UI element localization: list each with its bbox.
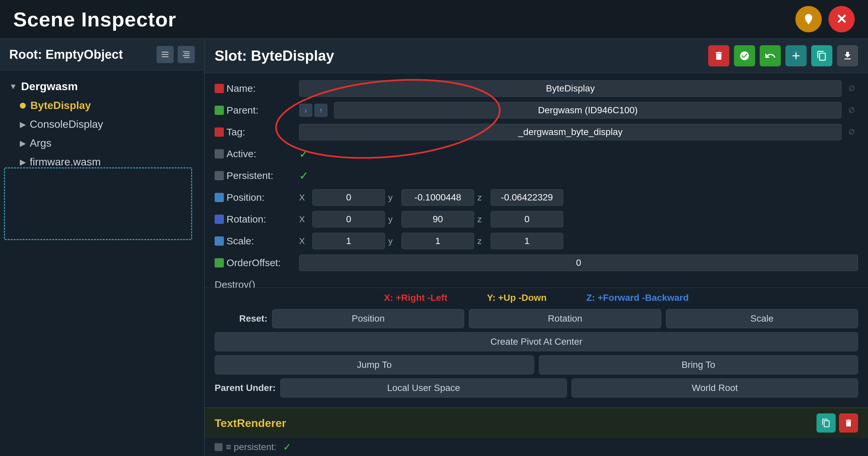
- rotation-z-label: z: [477, 214, 487, 224]
- rotation-x-input[interactable]: [312, 211, 385, 227]
- create-pivot-row: Create Pivot At Center: [215, 332, 858, 351]
- recycle-button[interactable]: [734, 45, 755, 66]
- prop-tag-icon: [215, 127, 224, 137]
- persistent-checkmark: ✓: [299, 169, 308, 182]
- prop-rotation-value-container: X y z: [299, 211, 858, 227]
- svg-rect-7: [184, 57, 190, 58]
- bottom-partial-row: ≡ persistent: ✓: [205, 438, 868, 456]
- partial-icon: [215, 443, 222, 451]
- prop-order-input[interactable]: [299, 254, 858, 271]
- prop-position-row: Position: X y z: [215, 189, 858, 206]
- prop-tag-row: Tag: ∅: [215, 123, 858, 141]
- main-panel: Scene Inspector ✕ Root: EmptyObject: [0, 0, 868, 456]
- export-button[interactable]: [837, 45, 858, 66]
- prop-parent-null-btn[interactable]: ∅: [845, 104, 858, 117]
- reset-scale-button[interactable]: Scale: [666, 309, 858, 328]
- left-panel-title: Root: EmptyObject: [9, 48, 123, 62]
- parent-under-row: Parent Under: Local User Space World Roo…: [215, 378, 858, 398]
- reset-rotation-button[interactable]: Rotation: [469, 309, 661, 328]
- tree-label: Dergwasm: [21, 80, 78, 93]
- tree-item-dergwasm[interactable]: ▼ Dergwasm: [0, 77, 204, 96]
- prop-position-value-container: X y z: [299, 189, 858, 206]
- app-title: Scene Inspector: [13, 8, 176, 31]
- text-renderer-delete-btn[interactable]: [839, 414, 858, 432]
- prop-name-row: Name: ∅: [215, 80, 858, 97]
- expand-button[interactable]: [178, 46, 195, 63]
- parent-arrow-down[interactable]: ↓: [299, 104, 312, 117]
- axis-legend: X: +Right -Left Y: +Up -Down Z: +Forward…: [215, 293, 858, 303]
- prop-parent-row: Parent: ↓ ↑ ∅: [215, 102, 858, 119]
- svg-rect-3: [162, 57, 169, 57]
- arrow-icon: ▶: [20, 120, 26, 129]
- prop-active-value-container: ✓: [299, 147, 858, 160]
- scale-y-input[interactable]: [401, 233, 474, 249]
- content-area: Root: EmptyObject: [0, 39, 868, 456]
- jump-bring-row: Jump To Bring To: [215, 355, 858, 374]
- prop-position-icon: [215, 193, 224, 202]
- tree-label-args: Args: [30, 137, 52, 149]
- prop-parent-label: Parent:: [226, 105, 299, 116]
- title-bar: Scene Inspector ✕: [0, 0, 868, 39]
- prop-position-label: Position:: [226, 192, 299, 203]
- left-panel-header: Root: EmptyObject: [0, 39, 204, 71]
- destroy-button[interactable]: Destroy(): [215, 278, 255, 287]
- parent-under-label: Parent Under:: [215, 383, 276, 393]
- rotation-y-input[interactable]: [401, 211, 474, 227]
- active-dot: [20, 103, 26, 109]
- duplicate-button[interactable]: [811, 45, 832, 66]
- parent-arrow-up[interactable]: ↑: [314, 104, 328, 117]
- position-x-input[interactable]: [312, 189, 385, 206]
- prop-active-icon: [215, 149, 224, 158]
- scale-y-label: y: [388, 236, 398, 246]
- tree-item-args[interactable]: ▶ Args: [0, 134, 204, 153]
- prop-tag-input[interactable]: [299, 124, 842, 140]
- prop-scale-icon: [215, 236, 224, 246]
- pin-button[interactable]: [795, 6, 822, 32]
- right-panel: Slot: ByteDisplay: [205, 39, 868, 456]
- tree-item-consoledisplay[interactable]: ▶ ConsoleDisplay: [0, 115, 204, 134]
- arrow-icon: ▼: [9, 82, 17, 91]
- tree-item-bytedisplay[interactable]: ByteDisplay: [0, 96, 204, 115]
- arrow-icon: ▶: [20, 157, 26, 167]
- add-child-button[interactable]: [785, 45, 807, 66]
- position-z-label: z: [477, 192, 487, 203]
- scale-x-input[interactable]: [312, 233, 385, 249]
- prop-persistent-label: Persistent:: [226, 170, 299, 181]
- close-button[interactable]: ✕: [828, 6, 855, 32]
- reset-position-button[interactable]: Position: [272, 309, 464, 328]
- slot-actions: [708, 45, 858, 66]
- reset-label: Reset:: [215, 313, 268, 324]
- bring-to-button[interactable]: Bring To: [539, 355, 859, 374]
- prop-scale-row: Scale: X y z: [215, 233, 858, 250]
- text-renderer-duplicate-btn[interactable]: [816, 414, 836, 432]
- world-root-button[interactable]: World Root: [571, 378, 858, 398]
- prop-rotation-label: Rotation:: [226, 214, 299, 225]
- parent-arrows: ↓ ↑: [299, 104, 328, 117]
- scale-z-input[interactable]: [491, 233, 563, 249]
- rotation-z-input[interactable]: [491, 211, 563, 227]
- create-pivot-button[interactable]: Create Pivot At Center: [215, 332, 858, 351]
- partial-text: ≡ persistent:: [226, 442, 276, 452]
- slot-title: Slot: ByteDisplay: [215, 48, 334, 64]
- prop-scale-value-container: X y z: [299, 233, 858, 249]
- prop-name-value-container: ∅: [299, 80, 858, 97]
- local-user-space-button[interactable]: Local User Space: [280, 378, 567, 398]
- position-y-input[interactable]: [401, 189, 474, 206]
- jump-to-button[interactable]: Jump To: [215, 355, 534, 374]
- collapse-button[interactable]: [156, 46, 174, 63]
- delete-button[interactable]: [708, 45, 729, 66]
- prop-persistent-value-container: ✓: [299, 169, 858, 182]
- prop-tag-null-btn[interactable]: ∅: [845, 125, 858, 139]
- prop-parent-icon: [215, 106, 224, 115]
- prop-name-label: Name:: [226, 83, 299, 94]
- undo-insert-button[interactable]: [760, 45, 781, 66]
- position-z-input[interactable]: [491, 189, 563, 206]
- prop-parent-input[interactable]: [334, 102, 842, 119]
- title-buttons: ✕: [795, 6, 855, 32]
- tree-label-bytedisplay: ByteDisplay: [30, 99, 91, 112]
- prop-name-null-btn[interactable]: ∅: [845, 82, 858, 95]
- prop-name-input[interactable]: [299, 80, 842, 97]
- tree-item-firmware[interactable]: ▶ firmware.wasm: [0, 153, 204, 171]
- tree-label-consoledisplay: ConsoleDisplay: [30, 118, 103, 130]
- prop-persistent-icon: [215, 171, 224, 180]
